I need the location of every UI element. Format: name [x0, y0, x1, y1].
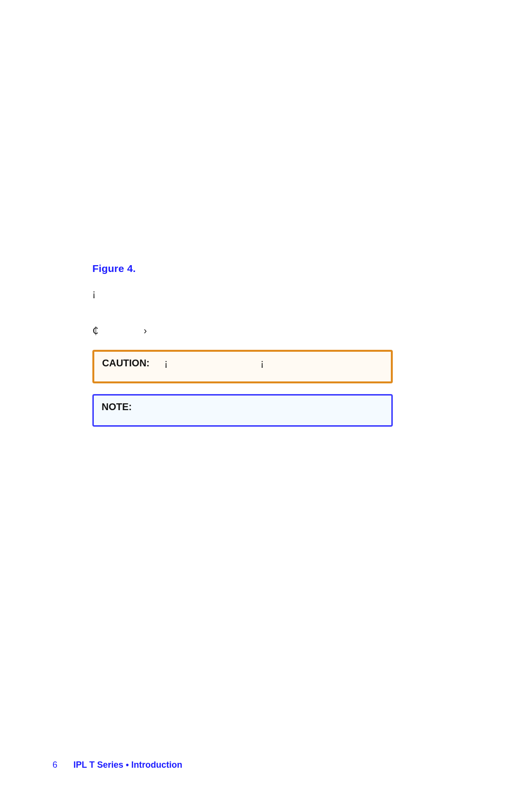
glyph-inverted-exclamation: ¡ — [92, 288, 96, 299]
caution-text: ¡ ¡ — [164, 358, 263, 368]
glyph-inverted-exclamation: ¡ — [261, 358, 264, 368]
glyph-angle-right: › — [144, 325, 147, 336]
glyph-inverted-exclamation: ¡ — [164, 358, 168, 368]
body-text-line-1: ¡ — [92, 288, 393, 299]
content-region: Figure 4. ¡ ₵ › CAUTION: ¡ ¡ NOTE: — [92, 263, 393, 427]
footer-title: IPL T Series • Introduction — [73, 760, 182, 770]
glyph-cedi: ₵ — [92, 325, 141, 336]
body-text-line-2: ₵ › — [92, 325, 393, 336]
note-callout: NOTE: — [92, 394, 393, 427]
document-page: Figure 4. ¡ ₵ › CAUTION: ¡ ¡ NOTE: 6 IPL… — [0, 0, 525, 812]
figure-caption: Figure 4. — [92, 263, 393, 274]
caution-label: CAUTION: — [102, 358, 150, 369]
page-number: 6 — [52, 760, 57, 770]
caution-callout: CAUTION: ¡ ¡ — [92, 350, 393, 383]
page-footer: 6 IPL T Series • Introduction — [52, 760, 182, 770]
note-label: NOTE: — [102, 401, 132, 412]
